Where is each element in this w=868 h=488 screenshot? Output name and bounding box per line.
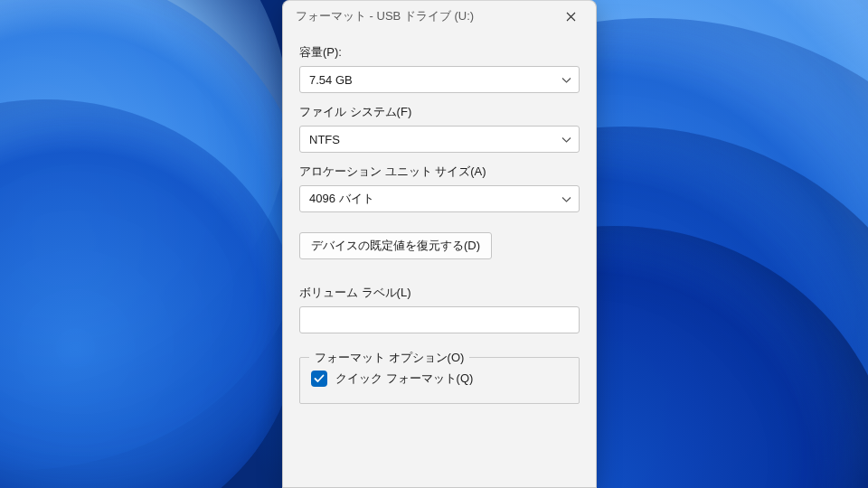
filesystem-value: NTFS	[309, 133, 340, 146]
desktop-wallpaper: フォーマット - USB ドライブ (U:) 容量(P): 7.54 GB ファ…	[0, 0, 868, 488]
close-button[interactable]	[551, 3, 590, 30]
filesystem-label: ファイル システム(F)	[299, 104, 580, 120]
capacity-select[interactable]: 7.54 GB	[299, 66, 580, 93]
titlebar: フォーマット - USB ドライブ (U:)	[283, 1, 596, 32]
chevron-down-icon	[561, 192, 571, 206]
capacity-label: 容量(P):	[299, 44, 580, 61]
quick-format-label: クイック フォーマット(Q)	[335, 371, 473, 387]
format-options-legend: フォーマット オプション(O)	[309, 350, 469, 366]
checkmark-icon	[314, 374, 325, 383]
quick-format-checkbox[interactable]	[311, 371, 327, 387]
close-icon	[566, 12, 576, 22]
restore-defaults-label: デバイスの既定値を復元する(D)	[311, 238, 480, 254]
window-title: フォーマット - USB ドライブ (U:)	[296, 8, 474, 24]
volume-label-label: ボリューム ラベル(L)	[299, 285, 580, 301]
format-dialog: フォーマット - USB ドライブ (U:) 容量(P): 7.54 GB ファ…	[282, 0, 597, 488]
restore-defaults-button[interactable]: デバイスの既定値を復元する(D)	[299, 232, 492, 259]
chevron-down-icon	[561, 73, 571, 87]
chevron-down-icon	[561, 133, 571, 146]
volume-label-input[interactable]	[299, 306, 580, 333]
format-options-group: フォーマット オプション(O) クイック フォーマット(Q)	[299, 357, 580, 404]
allocation-select[interactable]: 4096 バイト	[299, 185, 580, 212]
filesystem-select[interactable]: NTFS	[299, 126, 580, 153]
capacity-value: 7.54 GB	[309, 73, 353, 87]
allocation-label: アロケーション ユニット サイズ(A)	[299, 164, 580, 180]
allocation-value: 4096 バイト	[309, 191, 374, 207]
quick-format-row[interactable]: クイック フォーマット(Q)	[311, 371, 568, 387]
